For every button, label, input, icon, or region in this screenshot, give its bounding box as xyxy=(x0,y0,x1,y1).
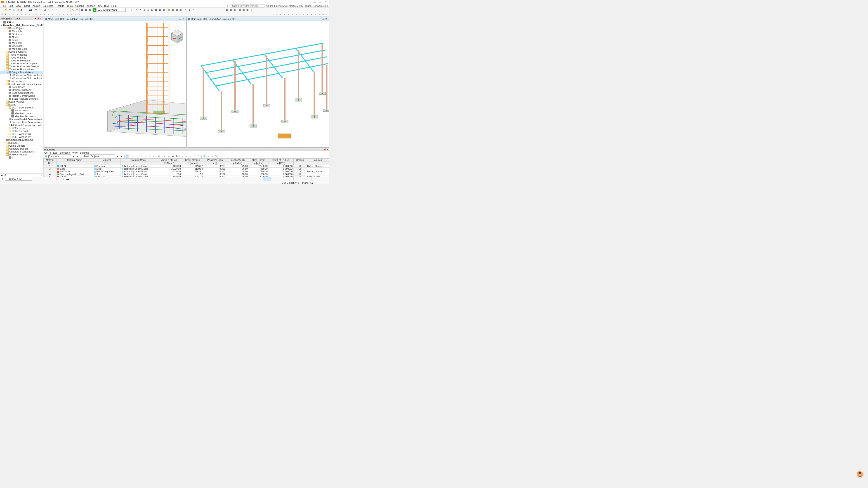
menu-file[interactable]: File xyxy=(0,4,7,7)
view1-icon[interactable]: ▫ xyxy=(47,8,51,12)
fe-icon[interactable]: FE xyxy=(75,8,79,12)
t2-d[interactable]: ▫ xyxy=(12,13,16,16)
tool-e[interactable]: ⊞ xyxy=(150,8,154,12)
tool-i[interactable]: ⬢ xyxy=(167,8,170,12)
material-row[interactable]: 2 S235 Steel Isotropic | Linear Elastic … xyxy=(43,168,329,170)
redo-icon[interactable]: ↷ xyxy=(38,8,41,12)
tool-n[interactable]: ↯ xyxy=(188,8,191,12)
copy-icon[interactable]: 📋 xyxy=(16,8,20,12)
view4-icon[interactable]: ▫ xyxy=(58,8,62,12)
q-r9[interactable]: ▫ xyxy=(275,177,279,181)
t2-ac[interactable]: ▫ xyxy=(298,13,302,16)
t2-k[interactable]: ▫ xyxy=(39,13,42,16)
tree-node[interactable]: ›Types for Lines xyxy=(0,56,43,59)
menu-help[interactable]: Help xyxy=(110,4,118,7)
t2-g[interactable]: ▫ xyxy=(24,13,27,16)
q-line[interactable]: ╱ xyxy=(62,177,65,181)
tree-node[interactable]: ›Concrete Foundations xyxy=(0,150,43,153)
q-11[interactable]: ▫ xyxy=(90,177,94,181)
q-r6[interactable]: ▫ xyxy=(263,177,267,181)
q-13[interactable]: ▫ xyxy=(98,177,102,181)
saveall-icon[interactable]: ⎘ xyxy=(12,8,16,12)
nav-pin[interactable]: 📌 xyxy=(37,18,39,20)
bp-t3[interactable]: ▫ xyxy=(135,155,139,158)
q-r20[interactable]: ▫ xyxy=(324,177,328,181)
nav-close[interactable]: ✕ xyxy=(39,18,42,20)
bp-t2[interactable]: ⬚ xyxy=(129,155,133,158)
q-r14[interactable]: ▫ xyxy=(299,177,302,181)
tool-y[interactable]: ▦ xyxy=(232,8,236,12)
t2-x[interactable]: ▫ xyxy=(279,13,283,16)
tool-s[interactable]: ⋮ xyxy=(208,8,212,12)
tool-j[interactable]: ▦ xyxy=(171,8,175,12)
q-r15[interactable]: ▫ xyxy=(303,177,306,181)
t2-a[interactable]: ⊡ xyxy=(0,13,4,16)
q-cs-icon[interactable]: ⊕ xyxy=(1,177,4,181)
bp-combo-basic[interactable] xyxy=(84,155,115,158)
menu-results[interactable]: Results xyxy=(55,4,66,7)
calc-icon[interactable]: ▦ xyxy=(80,8,84,12)
tree-node[interactable]: Nodal Loads xyxy=(0,109,43,112)
t2-m[interactable]: ▫ xyxy=(46,13,50,16)
bp-t13[interactable]: ▫ xyxy=(185,155,188,158)
t2-ab[interactable]: ▫ xyxy=(294,13,298,16)
tree-node[interactable]: Materials xyxy=(0,30,43,33)
tool-c[interactable]: ⊞ xyxy=(143,8,146,12)
bp-t5[interactable]: ▫ xyxy=(143,155,147,158)
q-r12[interactable]: ▫ xyxy=(289,177,292,181)
open-icon[interactable]: 📂 xyxy=(4,8,8,12)
q-18[interactable]: ▫ xyxy=(119,177,122,181)
tree-node[interactable]: ›LC2 - Schnee xyxy=(0,127,43,129)
tree-node[interactable]: Additional Foundation Loads xyxy=(0,124,43,127)
t2-r[interactable]: ▫ xyxy=(66,13,69,16)
bp-t9[interactable]: ← xyxy=(167,155,170,158)
tool-m[interactable]: ✕ xyxy=(184,8,187,12)
menu-cadbim[interactable]: CAD-BIM xyxy=(97,4,110,7)
calc3-icon[interactable]: ▦ xyxy=(88,8,92,12)
t2-n[interactable]: ▫ xyxy=(51,13,54,16)
tool-g[interactable]: ▦ xyxy=(158,8,162,12)
t2-s[interactable]: ▫ xyxy=(70,13,73,16)
tree-node[interactable]: ›Concrete Design xyxy=(0,147,43,150)
q-17[interactable]: ▫ xyxy=(115,177,118,181)
view-left-close[interactable]: ✕ xyxy=(182,18,185,20)
nav-dropdown[interactable]: ▾ xyxy=(34,18,37,20)
tree-node[interactable]: Lines xyxy=(0,38,43,41)
keyword-search[interactable] xyxy=(230,4,265,7)
new-icon[interactable]: 📄 xyxy=(0,8,4,12)
tree-node[interactable]: ›LC4 - Wind in +X xyxy=(0,132,43,135)
t2-j[interactable]: ▫ xyxy=(35,13,39,16)
bp-t7[interactable]: ▫ xyxy=(151,155,155,158)
q-r17[interactable]: ▫ xyxy=(312,177,316,181)
bp-t4[interactable]: ▫ xyxy=(139,155,143,158)
tree-node[interactable]: Member Sets xyxy=(0,47,43,50)
lc-name[interactable] xyxy=(103,8,126,12)
nav-foot-c[interactable]: ▫ xyxy=(39,173,43,177)
material-row[interactable]: 3 B500S(A) Reinforcing Steel Isotropic |… xyxy=(43,170,329,173)
tool-b[interactable]: ✦ xyxy=(139,8,143,12)
q-16[interactable]: ▫ xyxy=(111,177,114,181)
q-r13[interactable]: ▫ xyxy=(294,177,298,181)
q-r8[interactable]: ▫ xyxy=(271,177,275,181)
view-right-canvas[interactable] xyxy=(187,21,329,147)
view-left-min[interactable]: — xyxy=(176,18,179,20)
tool-p[interactable]: ⋮ xyxy=(197,8,200,12)
materials-grid[interactable]: MaterialMaterial NameMaterialMaterial Mo… xyxy=(43,158,329,177)
tree-node[interactable]: Load Combinations xyxy=(0,91,43,94)
q-cs-combo[interactable] xyxy=(5,177,32,181)
tree-node[interactable]: ›LC5 - Wind in +Y xyxy=(0,135,43,138)
material-row[interactable]: 4 Sand, well-graded (SW) Soil Isotropic … xyxy=(43,173,329,176)
tool-ab[interactable]: ▦ xyxy=(246,8,249,12)
q-r18[interactable]: ▫ xyxy=(316,177,320,181)
menu-view[interactable]: View xyxy=(14,4,22,7)
tree-node[interactable]: ›LC3 - Nutzlast xyxy=(0,129,43,132)
view6-icon[interactable]: ▫ xyxy=(66,8,70,12)
tool-f[interactable]: ▦ xyxy=(154,8,158,12)
t2-v[interactable]: ▫ xyxy=(271,13,275,16)
tool-k[interactable]: ▦ xyxy=(175,8,178,12)
q-12[interactable]: ▫ xyxy=(94,177,98,181)
grid-icon[interactable]: ⊞ xyxy=(43,8,46,12)
tool-q[interactable]: ⋮ xyxy=(200,8,204,12)
tree-node[interactable]: ⌄Basic Objects xyxy=(0,27,43,30)
tool-o[interactable]: ✕ xyxy=(191,8,195,12)
